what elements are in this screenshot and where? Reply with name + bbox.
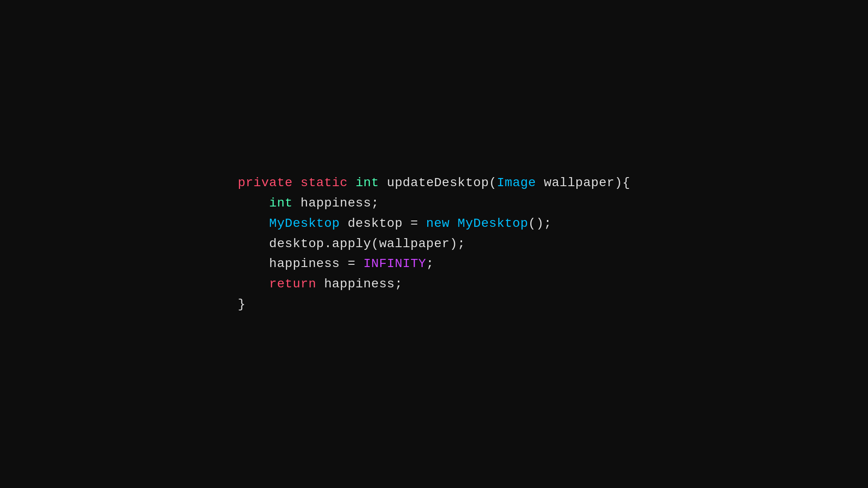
- code-token: ();: [528, 216, 552, 230]
- code-token: new: [426, 216, 450, 230]
- code-token: [238, 196, 269, 210]
- code-line-1: private static int updateDesktop(Image w…: [238, 173, 630, 193]
- code-token: desktop =: [340, 216, 426, 230]
- code-token: int: [269, 196, 292, 210]
- code-token: MyDesktop: [269, 216, 340, 230]
- code-token: Image: [497, 176, 536, 190]
- code-line-5: happiness = INFINITY;: [238, 254, 630, 274]
- code-token: MyDesktop: [458, 216, 528, 230]
- code-token: desktop.apply(wallpaper);: [238, 237, 466, 251]
- code-token: [450, 216, 458, 230]
- code-token: ;: [426, 257, 434, 271]
- code-line-4: desktop.apply(wallpaper);: [238, 234, 630, 254]
- code-token: return: [269, 277, 316, 291]
- code-line-2: int happiness;: [238, 193, 630, 214]
- code-token: happiness =: [238, 257, 363, 271]
- code-line-6: return happiness;: [238, 274, 630, 295]
- code-line-3: MyDesktop desktop = new MyDesktop();: [238, 214, 630, 234]
- code-token: [348, 176, 355, 190]
- code-token: wallpaper){: [536, 176, 630, 190]
- code-token: happiness;: [316, 277, 403, 291]
- code-token: [238, 216, 269, 230]
- code-token: INFINITY: [363, 257, 426, 271]
- code-token: private: [238, 176, 293, 190]
- code-token: happiness;: [292, 196, 379, 210]
- code-display: private static int updateDesktop(Image w…: [238, 173, 630, 315]
- code-line-7: }: [238, 295, 630, 315]
- code-token: int: [355, 176, 379, 190]
- code-token: [292, 176, 300, 190]
- code-token: [238, 277, 269, 291]
- code-token: static: [301, 176, 348, 190]
- code-token: updateDesktop(: [379, 176, 496, 190]
- code-token: }: [238, 297, 245, 311]
